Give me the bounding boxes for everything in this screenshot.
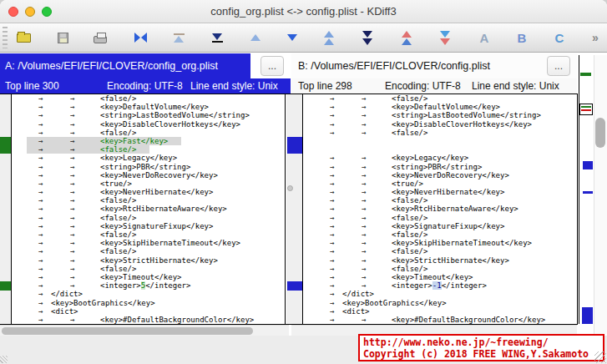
code-line[interactable]: →→<key>#DefaultBackgroundColor</key>	[12, 316, 285, 324]
code-line[interactable]: →→<key>SignatureFixup</key>	[12, 222, 285, 230]
code-line[interactable]: →→<false/>	[303, 230, 577, 239]
code-line[interactable]: →→<key>SignatureFixup</key>	[303, 222, 577, 230]
code-line[interactable]: →<key>BootGraphics</key>	[12, 299, 285, 307]
code-line[interactable]: →</dict>	[12, 290, 285, 298]
toolbar-overflow-icon[interactable]: »	[584, 27, 606, 48]
pane-a-horizontal-scrollbar-thumb[interactable]	[2, 327, 253, 335]
code-line[interactable]: →→<false/>	[12, 214, 285, 222]
code-line[interactable]: →→<key>Legacy</key>	[12, 154, 285, 162]
tab-arrow-icon: →	[38, 239, 70, 247]
code-line[interactable]: →→<integer>5</integer>	[12, 281, 285, 290]
select-line-b-button[interactable]: B	[511, 27, 533, 48]
tab-arrow-icon: →	[362, 179, 392, 188]
credit-box: http://www.neko.ne.jp/~freewing/ Copyrig…	[358, 334, 604, 361]
toolbar-drag-handle[interactable]	[3, 27, 8, 48]
go-first-delta-icon[interactable]	[168, 27, 190, 48]
code-line[interactable]: →→<false/>	[12, 196, 285, 205]
code-line[interactable]: →→<true/>	[303, 179, 577, 188]
tab-arrow-icon: →	[38, 205, 70, 213]
code-line[interactable]: →→<key>#DefaultBackgroundColor</key>	[303, 316, 577, 324]
resize-grip-left-icon[interactable]	[0, 356, 8, 363]
pane-a-horizontal-scrollbar-track[interactable]	[0, 325, 289, 336]
go-next-unsolved-conflict-icon[interactable]	[434, 27, 456, 48]
code-line[interactable]: →→<false/>	[303, 129, 577, 137]
code-line[interactable]: →→<key>RtcHibernateAware</key>	[303, 205, 577, 213]
go-prev-conflict-icon[interactable]	[318, 27, 340, 48]
go-prev-unsolved-conflict-icon[interactable]	[396, 27, 417, 48]
pane-a-browse-button[interactable]: ...	[261, 56, 284, 76]
pane-a-path-field[interactable]: A: /Volumes/EFI/EFI/CLOVER/config_org.pl…	[0, 53, 291, 78]
code-line[interactable]: →→<key>DefaultVolume</key>	[303, 103, 577, 111]
go-current-delta-icon[interactable]	[129, 27, 151, 48]
code-line[interactable]: →→<key>DisableCloverHotkeys</key>	[12, 120, 285, 129]
tab-arrow-icon: →	[362, 188, 392, 196]
code-line[interactable]: →→<string>PBR</string>	[12, 163, 285, 171]
code-line[interactable]: →→<string>LastBootedVolume</string>	[12, 111, 285, 119]
code-line[interactable]: →→<key>StrictHibernate</key>	[12, 256, 285, 265]
code-line[interactable]: →<dict>	[303, 307, 577, 316]
code-line[interactable]: →→<key>NeverDoRecovery</key>	[12, 171, 285, 179]
tab-arrow-icon: →	[362, 316, 392, 324]
resize-grip-icon[interactable]	[594, 351, 606, 363]
diff-overview-column[interactable]	[579, 55, 593, 324]
code-line[interactable]: →→<key>StrictHibernate</key>	[303, 256, 577, 265]
code-line[interactable]: →→<string>PBR</string>	[303, 163, 577, 171]
code-line[interactable]: →→<key>Timeout</key>	[12, 273, 285, 281]
code-line[interactable]: →→<string>LastBootedVolume</string>	[303, 111, 577, 119]
pane-splitter-handle[interactable]	[287, 185, 293, 191]
pane-b-browse-button[interactable]: ...	[547, 56, 570, 76]
code-line[interactable]: →→<false/>	[12, 230, 285, 239]
code-line[interactable]: →→<key>RtcHibernateAware</key>	[12, 205, 285, 213]
go-next-conflict-icon[interactable]	[357, 27, 378, 48]
code-line[interactable]: →→<false/>	[303, 94, 577, 103]
vertical-scrollbar-thumb[interactable]	[595, 118, 605, 148]
code-line[interactable]: →→<key>Legacy</key>	[303, 154, 577, 162]
code-line[interactable]: →→<false/>	[12, 265, 285, 273]
pane-b-path-field[interactable]: B: /Volumes/EFI/EFI/CLOVER/config.plist	[291, 53, 577, 78]
tab-arrow-icon: →	[38, 111, 70, 119]
code-line[interactable]: →→<false/>	[303, 196, 577, 205]
vertical-scrollbar-track[interactable]	[594, 55, 607, 334]
code-line[interactable]: →→<false/>	[12, 145, 285, 154]
go-prev-delta-icon[interactable]	[245, 27, 266, 48]
code-line[interactable]: →→<false/>	[303, 265, 577, 273]
select-line-c-button[interactable]: C	[549, 27, 570, 48]
code-line[interactable]: →→<key>DisableCloverHotkeys</key>	[303, 120, 577, 129]
code-line[interactable]: →→<false/>	[303, 247, 577, 255]
tab-arrow-icon: →	[330, 256, 362, 265]
code-line[interactable]: →→<key>Timeout</key>	[303, 273, 577, 281]
tab-arrow-icon: →	[330, 299, 342, 307]
code-line[interactable]: →→<key>Fast</key>	[12, 137, 285, 145]
code-line[interactable]: →→<key>NeverHibernate</key>	[12, 188, 285, 196]
pane-a-text-area[interactable]: →→<false/>→→<key>DefaultVolume</key>→→<s…	[12, 94, 285, 324]
tab-arrow-icon: →	[330, 163, 362, 171]
code-line[interactable]: →→<key>NeverDoRecovery</key>	[303, 171, 577, 179]
code-line[interactable]: →→<true/>	[12, 179, 285, 188]
select-line-a-button[interactable]: A	[473, 27, 495, 48]
pane-b-info-bar: Top line 298 Encoding: UTF-8 Line end st…	[291, 78, 577, 94]
save-icon[interactable]	[52, 27, 73, 48]
tab-arrow-icon: →	[70, 94, 100, 103]
code-line[interactable]: →→<key>SkipHibernateTimeout</key>	[12, 239, 285, 247]
code-line[interactable]: →<dict>	[12, 307, 285, 316]
code-line[interactable]: →→<key>NeverHibernate</key>	[303, 188, 577, 196]
code-line[interactable]: →→<integer>-1</integer>	[303, 281, 577, 290]
code-line[interactable]: →</dict>	[303, 290, 577, 298]
code-line[interactable]: →→<false/>	[303, 214, 577, 222]
go-next-delta-icon[interactable]	[281, 27, 303, 48]
code-line[interactable]: →→<key>SkipHibernateTimeout</key>	[303, 239, 577, 247]
open-icon[interactable]	[13, 27, 34, 48]
kdiff3-window: config_org.plist <-> config.plist - KDif…	[0, 0, 607, 364]
print-icon[interactable]	[89, 27, 111, 48]
tab-arrow-icon: →	[38, 214, 70, 222]
pane-b-text-area[interactable]: →→<false/>→→<key>DefaultVolume</key>→→<s…	[303, 94, 577, 324]
code-line[interactable]	[303, 137, 577, 145]
code-line[interactable]: →<key>BootGraphics</key>	[303, 299, 577, 307]
code-line[interactable]: →→<false/>	[12, 94, 285, 103]
code-line[interactable]: →→<false/>	[12, 247, 285, 255]
code-line[interactable]	[303, 145, 577, 154]
go-last-delta-icon[interactable]	[206, 27, 228, 48]
code-line[interactable]: →→<key>DefaultVolume</key>	[12, 103, 285, 111]
code-line[interactable]: →→<false/>	[12, 129, 285, 137]
tab-arrow-icon: →	[70, 265, 100, 273]
